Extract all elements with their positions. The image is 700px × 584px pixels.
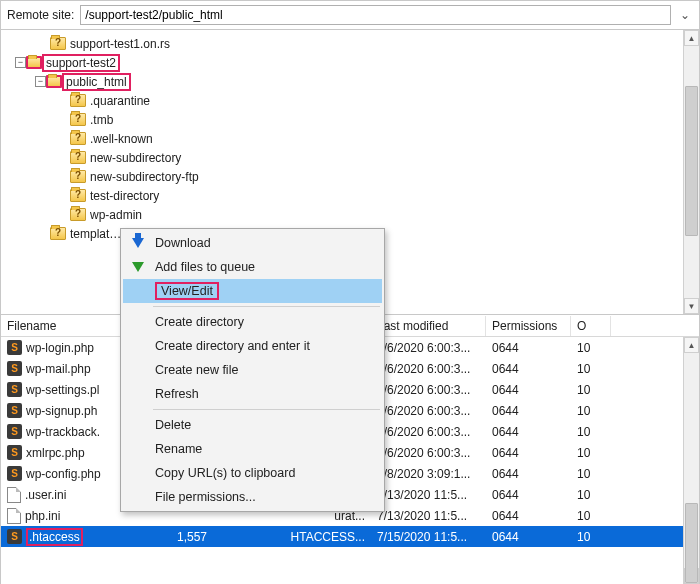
file-name-label: wp-config.php — [26, 467, 101, 481]
menu-download[interactable]: Download — [123, 231, 382, 255]
folder-question-icon — [70, 113, 86, 126]
sublime-file-icon — [7, 445, 22, 460]
tree-node[interactable]: .quarantine — [15, 91, 683, 110]
file-name-label: xmlrpc.php — [26, 446, 85, 460]
folder-icon — [26, 56, 42, 69]
file-modified-cell: 7/6/2020 6:00:3... — [371, 446, 486, 460]
folder-question-icon — [70, 151, 86, 164]
file-perm-cell: 0644 — [486, 425, 571, 439]
file-modified-cell: 7/6/2020 6:00:3... — [371, 341, 486, 355]
sublime-file-icon — [7, 403, 22, 418]
folder-question-icon — [70, 170, 86, 183]
file-perm-cell: 0644 — [486, 341, 571, 355]
file-name-label: php.ini — [25, 509, 60, 523]
add-queue-icon — [129, 258, 147, 276]
remote-path-input[interactable] — [80, 5, 671, 25]
scroll-up-icon[interactable]: ▲ — [684, 30, 699, 46]
scroll-thumb[interactable] — [685, 86, 698, 236]
tree-node[interactable]: wp-admin — [15, 205, 683, 224]
file-owner-cell: 10 — [571, 530, 611, 544]
file-perm-cell: 0644 — [486, 446, 571, 460]
tree-node[interactable]: new-subdirectory-ftp — [15, 167, 683, 186]
file-owner-cell: 10 — [571, 383, 611, 397]
menu-create-directory[interactable]: Create directory — [123, 310, 382, 334]
col-modified[interactable]: Last modified — [371, 316, 486, 336]
file-modified-cell: 7/8/2020 3:09:1... — [371, 467, 486, 481]
collapse-icon[interactable]: − — [35, 76, 46, 87]
list-scrollbar[interactable]: ▲ ▼ — [683, 337, 699, 584]
folder-question-icon — [70, 132, 86, 145]
tree-node[interactable]: .well-known — [15, 129, 683, 148]
tree-scrollbar[interactable]: ▲ ▼ — [683, 30, 699, 314]
menu-file-permissions[interactable]: File permissions... — [123, 485, 382, 509]
context-menu: Download Add files to queue View/Edit Cr… — [120, 228, 385, 512]
file-name-label: wp-settings.pl — [26, 383, 99, 397]
file-icon — [7, 508, 21, 524]
download-icon — [129, 234, 147, 252]
dropdown-icon[interactable]: ⌄ — [677, 8, 693, 22]
file-name-label: .htaccess — [26, 528, 83, 546]
sublime-file-icon — [7, 340, 22, 355]
file-icon — [7, 487, 21, 503]
menu-copy-url[interactable]: Copy URL(s) to clipboard — [123, 461, 382, 485]
folder-icon — [46, 75, 62, 88]
scroll-up-icon[interactable]: ▲ — [684, 337, 699, 353]
remote-site-bar: Remote site: ⌄ — [0, 0, 700, 30]
folder-question-icon — [70, 189, 86, 202]
sublime-file-icon — [7, 529, 22, 544]
file-owner-cell: 10 — [571, 446, 611, 460]
menu-delete[interactable]: Delete — [123, 413, 382, 437]
menu-separator — [153, 306, 380, 307]
menu-create-directory-enter[interactable]: Create directory and enter it — [123, 334, 382, 358]
file-modified-cell: 7/13/2020 11:5... — [371, 488, 486, 502]
col-permissions[interactable]: Permissions — [486, 316, 571, 336]
file-perm-cell: 0644 — [486, 530, 571, 544]
file-perm-cell: 0644 — [486, 362, 571, 376]
tree-node[interactable]: test-directory — [15, 186, 683, 205]
sublime-file-icon — [7, 361, 22, 376]
file-perm-cell: 0644 — [486, 404, 571, 418]
tree-node[interactable]: new-subdirectory — [15, 148, 683, 167]
file-type-cell: 1,557HTACCESS... — [171, 530, 371, 544]
menu-add-to-queue[interactable]: Add files to queue — [123, 255, 382, 279]
file-name-label: wp-signup.ph — [26, 404, 97, 418]
sublime-file-icon — [7, 382, 22, 397]
tree-node[interactable]: − public_html — [15, 72, 683, 91]
collapse-icon[interactable]: − — [15, 57, 26, 68]
menu-view-edit[interactable]: View/Edit — [123, 279, 382, 303]
col-owner[interactable]: O — [571, 316, 611, 336]
folder-question-icon — [70, 208, 86, 221]
remote-site-label: Remote site: — [7, 8, 74, 22]
file-name-label: wp-trackback. — [26, 425, 100, 439]
scroll-thumb[interactable] — [685, 503, 698, 583]
file-name-label: wp-login.php — [26, 341, 94, 355]
file-row[interactable]: .htaccess1,557HTACCESS...7/15/2020 11:5.… — [1, 526, 683, 547]
file-owner-cell: 10 — [571, 425, 611, 439]
file-name-label: .user.ini — [25, 488, 66, 502]
menu-refresh[interactable]: Refresh — [123, 382, 382, 406]
menu-create-new-file[interactable]: Create new file — [123, 358, 382, 382]
file-owner-cell: 10 — [571, 341, 611, 355]
folder-question-icon — [50, 227, 66, 240]
scroll-down-icon[interactable]: ▼ — [684, 298, 699, 314]
file-perm-cell: 0644 — [486, 467, 571, 481]
file-owner-cell: 10 — [571, 404, 611, 418]
file-perm-cell: 0644 — [486, 488, 571, 502]
sublime-file-icon — [7, 466, 22, 481]
tree-node[interactable]: support-test1.on.rs — [15, 34, 683, 53]
file-modified-cell: 7/6/2020 6:00:3... — [371, 362, 486, 376]
tree-node[interactable]: − support-test2 — [15, 53, 683, 72]
file-modified-cell: 7/6/2020 6:00:3... — [371, 404, 486, 418]
file-modified-cell: 7/6/2020 6:00:3... — [371, 383, 486, 397]
file-owner-cell: 10 — [571, 509, 611, 523]
file-owner-cell: 10 — [571, 467, 611, 481]
file-owner-cell: 10 — [571, 488, 611, 502]
tree-node[interactable]: .tmb — [15, 110, 683, 129]
folder-question-icon — [70, 94, 86, 107]
menu-rename[interactable]: Rename — [123, 437, 382, 461]
file-owner-cell: 10 — [571, 362, 611, 376]
file-perm-cell: 0644 — [486, 509, 571, 523]
file-modified-cell: 7/13/2020 11:5... — [371, 509, 486, 523]
menu-separator — [153, 409, 380, 410]
sublime-file-icon — [7, 424, 22, 439]
